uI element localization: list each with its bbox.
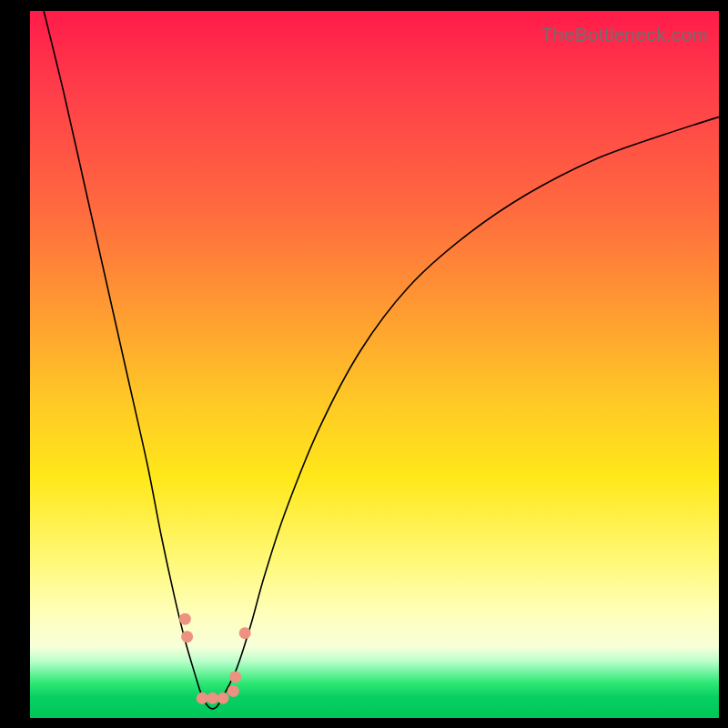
data-marker [228,685,239,697]
chart-frame: TheBottleneck.com [0,0,728,728]
bottleneck-curve [44,11,719,709]
data-marker [229,671,241,682]
curve-layer [30,11,719,718]
data-marker [197,693,208,704]
data-marker [239,627,251,639]
data-marker [181,631,193,642]
data-marker [179,613,191,625]
plot-area: TheBottleneck.com [30,11,719,718]
data-marker [207,693,218,704]
data-marker [217,693,228,704]
